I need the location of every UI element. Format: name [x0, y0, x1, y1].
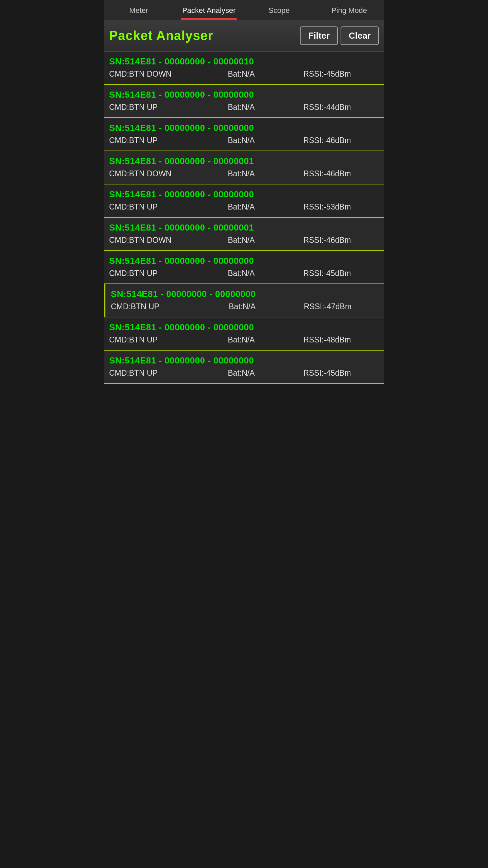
packet-bat: Bat:N/A [229, 302, 304, 311]
packet-sn: SN:514E81 - 00000000 - 00000001 [109, 156, 379, 166]
packet-list: SN:514E81 - 00000000 - 00000010 CMD:BTN … [104, 52, 384, 384]
packet-bat: Bat:N/A [228, 369, 303, 378]
packet-details: CMD:BTN UP Bat:N/A RSSI:-48dBm [109, 335, 379, 344]
packet-sn: SN:514E81 - 00000000 - 00000000 [111, 289, 379, 299]
packet-sn: SN:514E81 - 00000000 - 00000001 [109, 222, 379, 233]
packet-details: CMD:BTN UP Bat:N/A RSSI:-53dBm [109, 202, 379, 212]
packet-cmd: CMD:BTN DOWN [109, 236, 228, 245]
packet-rssi: RSSI:-46dBm [303, 136, 379, 145]
packet-cmd: CMD:BTN UP [109, 335, 228, 344]
tab-scope[interactable]: Scope [244, 0, 314, 20]
packet-sn: SN:514E81 - 00000000 - 00000000 [109, 123, 379, 133]
packet-rssi: RSSI:-48dBm [303, 335, 379, 344]
packet-rssi: RSSI:-44dBm [303, 103, 379, 112]
packet-details: CMD:BTN UP Bat:N/A RSSI:-45dBm [109, 269, 379, 278]
packet-rssi: RSSI:-46dBm [303, 169, 379, 178]
packet-cmd: CMD:BTN UP [109, 269, 228, 278]
packet-rssi: RSSI:-45dBm [303, 70, 379, 79]
packet-details: CMD:BTN DOWN Bat:N/A RSSI:-45dBm [109, 70, 379, 79]
packet-bat: Bat:N/A [228, 103, 303, 112]
packet-bat: Bat:N/A [228, 70, 303, 79]
packet-rssi: RSSI:-53dBm [303, 202, 379, 212]
packet-item[interactable]: SN:514E81 - 00000000 - 00000000 CMD:BTN … [104, 284, 384, 317]
packet-cmd: CMD:BTN UP [109, 136, 228, 145]
page-header: Packet Analyser Filter Clear [104, 20, 384, 52]
packet-cmd: CMD:BTN UP [109, 103, 228, 112]
packet-bat: Bat:N/A [228, 136, 303, 145]
tab-ping-mode[interactable]: Ping Mode [314, 0, 384, 20]
packet-item[interactable]: SN:514E81 - 00000000 - 00000000 CMD:BTN … [104, 118, 384, 151]
page-title: Packet Analyser [109, 28, 213, 43]
packet-rssi: RSSI:-47dBm [304, 302, 379, 311]
packet-sn: SN:514E81 - 00000000 - 00000000 [109, 322, 379, 333]
packet-rssi: RSSI:-45dBm [303, 269, 379, 278]
packet-cmd: CMD:BTN DOWN [109, 169, 228, 178]
packet-details: CMD:BTN UP Bat:N/A RSSI:-46dBm [109, 136, 379, 145]
packet-rssi: RSSI:-46dBm [303, 236, 379, 245]
packet-cmd: CMD:BTN UP [109, 369, 228, 378]
header-buttons: Filter Clear [300, 26, 379, 45]
packet-item[interactable]: SN:514E81 - 00000000 - 00000001 CMD:BTN … [104, 151, 384, 184]
packet-bat: Bat:N/A [228, 269, 303, 278]
packet-item[interactable]: SN:514E81 - 00000000 - 00000000 CMD:BTN … [104, 251, 384, 284]
packet-sn: SN:514E81 - 00000000 - 00000000 [109, 355, 379, 366]
packet-cmd: CMD:BTN UP [111, 302, 229, 311]
packet-sn: SN:514E81 - 00000000 - 00000010 [109, 56, 379, 67]
packet-details: CMD:BTN DOWN Bat:N/A RSSI:-46dBm [109, 169, 379, 178]
packet-item[interactable]: SN:514E81 - 00000000 - 00000000 CMD:BTN … [104, 184, 384, 218]
packet-rssi: RSSI:-45dBm [303, 369, 379, 378]
packet-details: CMD:BTN UP Bat:N/A RSSI:-44dBm [109, 103, 379, 112]
packet-item[interactable]: SN:514E81 - 00000000 - 00000001 CMD:BTN … [104, 218, 384, 251]
packet-bat: Bat:N/A [228, 202, 303, 212]
packet-details: CMD:BTN UP Bat:N/A RSSI:-45dBm [109, 369, 379, 378]
packet-cmd: CMD:BTN DOWN [109, 70, 228, 79]
packet-sn: SN:514E81 - 00000000 - 00000000 [109, 189, 379, 200]
tab-meter[interactable]: Meter [104, 0, 174, 20]
packet-sn: SN:514E81 - 00000000 - 00000000 [109, 256, 379, 266]
packet-bat: Bat:N/A [228, 169, 303, 178]
tab-packet-analyser[interactable]: Packet Analyser [174, 0, 244, 20]
packet-bat: Bat:N/A [228, 335, 303, 344]
tab-bar: Meter Packet Analyser Scope Ping Mode [104, 0, 384, 20]
packet-details: CMD:BTN DOWN Bat:N/A RSSI:-46dBm [109, 236, 379, 245]
packet-cmd: CMD:BTN UP [109, 202, 228, 212]
packet-item[interactable]: SN:514E81 - 00000000 - 00000010 CMD:BTN … [104, 52, 384, 85]
packet-bat: Bat:N/A [228, 236, 303, 245]
packet-details: CMD:BTN UP Bat:N/A RSSI:-47dBm [111, 302, 379, 311]
packet-item[interactable]: SN:514E81 - 00000000 - 00000000 CMD:BTN … [104, 351, 384, 384]
clear-button[interactable]: Clear [341, 26, 379, 45]
packet-item[interactable]: SN:514E81 - 00000000 - 00000000 CMD:BTN … [104, 85, 384, 118]
packet-item[interactable]: SN:514E81 - 00000000 - 00000000 CMD:BTN … [104, 317, 384, 351]
filter-button[interactable]: Filter [300, 26, 338, 45]
packet-sn: SN:514E81 - 00000000 - 00000000 [109, 90, 379, 100]
